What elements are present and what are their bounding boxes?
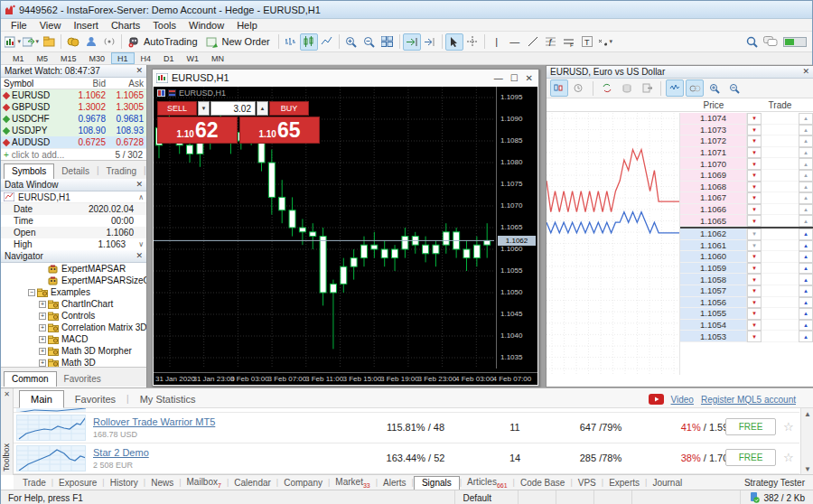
tab-details[interactable]: Details bbox=[54, 164, 97, 179]
timeframe-m30[interactable]: M30 bbox=[83, 52, 112, 64]
ladder-volume-cell[interactable] bbox=[762, 170, 799, 182]
chat-icon[interactable] bbox=[763, 36, 778, 47]
cursor-tool-button[interactable] bbox=[445, 33, 463, 51]
expand-icon[interactable]: + bbox=[39, 336, 46, 343]
search-icon[interactable] bbox=[746, 36, 758, 48]
menu-item-view[interactable]: View bbox=[33, 20, 68, 31]
ladder-sell-button[interactable]: ▾ bbox=[747, 308, 762, 320]
ladder-buy-button[interactable]: ▴ bbox=[799, 125, 813, 136]
tab-trading[interactable]: Trading bbox=[99, 164, 145, 179]
click-to-add[interactable]: click to add... bbox=[12, 150, 64, 160]
depth-icon[interactable] bbox=[168, 89, 176, 97]
ladder-price[interactable]: 1.1061 bbox=[680, 240, 747, 252]
ladder-sell-button[interactable]: ▾ bbox=[747, 147, 762, 159]
dom-depth-button[interactable] bbox=[618, 79, 636, 97]
ladder-price[interactable]: 1.1069 bbox=[680, 170, 747, 182]
ladder-buy-button[interactable]: ▴ bbox=[799, 297, 813, 309]
ladder-price[interactable]: 1.1065 bbox=[680, 215, 747, 227]
scroll-up-arrow[interactable]: ▲ bbox=[801, 410, 813, 418]
ladder-buy-button[interactable]: ▴ bbox=[799, 240, 813, 252]
data-window-close-icon[interactable]: ✕ bbox=[136, 181, 143, 189]
ladder-sell-button[interactable]: ▾ bbox=[747, 125, 762, 136]
dom-chart-mode-button[interactable] bbox=[550, 79, 568, 97]
ladder-volume-cell[interactable] bbox=[762, 331, 799, 342]
ladder-buy-button[interactable]: ▴ bbox=[799, 204, 813, 216]
add-symbol-icon[interactable]: + bbox=[1, 150, 12, 160]
scroll-down-icon[interactable]: ∨ bbox=[138, 240, 146, 248]
ladder-sell-button[interactable]: ▾ bbox=[747, 215, 762, 227]
ladder-sell-button[interactable]: ▾ bbox=[747, 285, 762, 297]
ladder-volume-cell[interactable] bbox=[762, 251, 799, 263]
ladder-buy-button[interactable]: ▴ bbox=[799, 263, 813, 275]
ladder-sell-button[interactable]: ▾ bbox=[747, 135, 762, 147]
toolbox-tab-code-base[interactable]: Code Base bbox=[515, 477, 570, 489]
buy-button[interactable]: BUY bbox=[269, 101, 309, 116]
ladder-sell-button[interactable]: ▾ bbox=[747, 158, 762, 170]
new-chart-button[interactable]: ▾ bbox=[4, 33, 22, 51]
buy-price-button[interactable]: 1.1065 bbox=[239, 117, 320, 144]
scroll-up-icon[interactable]: ∧ bbox=[138, 193, 146, 201]
ladder-buy-button[interactable]: ▴ bbox=[799, 135, 813, 147]
toolbox-tab-market[interactable]: Market33 bbox=[330, 476, 375, 490]
ladder-buy-button[interactable]: ▴ bbox=[799, 113, 813, 125]
menu-item-window[interactable]: Window bbox=[182, 20, 230, 31]
ladder-volume-cell[interactable] bbox=[762, 229, 799, 240]
signal-row[interactable]: Rollover Trade Warrior MT5168.78 USD115.… bbox=[14, 413, 799, 443]
ladder-price[interactable]: 1.1054 bbox=[680, 320, 747, 331]
new-order-label[interactable]: New Order bbox=[222, 36, 270, 47]
channel-tool[interactable]: F bbox=[560, 33, 578, 51]
navigator-item-macd[interactable]: +MACD bbox=[1, 333, 146, 345]
chart-minimize-button[interactable]: — bbox=[494, 73, 503, 83]
strategy-tester-label[interactable]: Strategy Tester bbox=[744, 478, 813, 488]
ladder-buy-button[interactable]: ▴ bbox=[799, 192, 813, 204]
ladder-volume-cell[interactable] bbox=[762, 240, 799, 252]
sell-button[interactable]: SELL bbox=[157, 101, 197, 116]
sell-price-button[interactable]: 1.1062 bbox=[157, 117, 238, 144]
signals-scrollbar[interactable]: ▲ ▼ bbox=[800, 408, 813, 475]
ladder-price[interactable]: 1.1059 bbox=[680, 263, 747, 275]
market-watch-row[interactable]: USDCHF0.96780.9681 bbox=[1, 113, 146, 125]
ladder-price[interactable]: 1.1074 bbox=[680, 113, 747, 125]
ladder-volume-cell[interactable] bbox=[762, 215, 799, 227]
timeframe-h1[interactable]: H1 bbox=[111, 52, 135, 64]
signal-name-link[interactable]: Star 2 Demo bbox=[93, 447, 149, 458]
ladder-price[interactable]: 1.1057 bbox=[680, 285, 747, 297]
ladder-volume-cell[interactable] bbox=[762, 263, 799, 275]
ladder-volume-cell[interactable] bbox=[762, 113, 799, 125]
chart-shift-button[interactable] bbox=[421, 33, 439, 51]
signal-row[interactable]: Star 2 Demo2 508 EUR163.44% / 5214285 /7… bbox=[14, 443, 799, 474]
chart-maximize-button[interactable]: ☐ bbox=[510, 73, 519, 83]
ladder-sell-button[interactable]: ▾ bbox=[747, 170, 762, 182]
timeframe-m5[interactable]: M5 bbox=[31, 52, 55, 64]
zoom-in-button[interactable] bbox=[342, 33, 360, 51]
arrows-tool[interactable]: ▾ bbox=[596, 33, 614, 51]
toolbox-tab-company[interactable]: Company bbox=[278, 477, 328, 489]
signal-free-button[interactable]: FREE bbox=[725, 418, 776, 435]
ladder-sell-button[interactable]: ▾ bbox=[747, 192, 762, 204]
dom-zoom-out-button[interactable] bbox=[725, 79, 743, 97]
ladder-price[interactable]: 1.1068 bbox=[680, 182, 747, 193]
ladder-buy-button[interactable]: ▴ bbox=[799, 158, 813, 170]
dom-close-icon[interactable]: ✕ bbox=[802, 68, 809, 76]
scroll-down-arrow[interactable]: ▼ bbox=[801, 465, 813, 473]
ladder-buy-button[interactable]: ▴ bbox=[799, 229, 813, 240]
signals-broadcast-button[interactable] bbox=[100, 33, 118, 51]
ladder-sell-button[interactable]: ▾ bbox=[747, 274, 762, 285]
toolbox-tab-trade[interactable]: Trade bbox=[17, 477, 51, 489]
toolbox-tab-journal[interactable]: Journal bbox=[647, 477, 687, 489]
ladder-buy-button[interactable]: ▴ bbox=[799, 182, 813, 193]
status-profile[interactable]: Default bbox=[455, 490, 519, 504]
crosshair-tool-button[interactable] bbox=[463, 33, 481, 51]
toolbox-tab-alerts[interactable]: Alerts bbox=[378, 477, 412, 489]
navigator-item-expertmapsar[interactable]: ExpertMAPSAR bbox=[1, 263, 146, 275]
ladder-volume-cell[interactable] bbox=[762, 308, 799, 320]
signal-free-button[interactable]: FREE bbox=[725, 449, 776, 466]
navigator-close-icon[interactable]: ✕ bbox=[136, 252, 143, 260]
ladder-volume-cell[interactable] bbox=[762, 147, 799, 159]
ladder-buy-button[interactable]: ▴ bbox=[799, 147, 813, 159]
market-watch-row[interactable]: USDJPY108.90108.93 bbox=[1, 125, 146, 136]
ladder-price[interactable]: 1.1060 bbox=[680, 251, 747, 263]
ladder-buy-button[interactable]: ▴ bbox=[799, 331, 813, 342]
toolbox-tab-signals[interactable]: Signals bbox=[414, 476, 460, 490]
volume-field[interactable]: 3.02 bbox=[210, 101, 256, 116]
